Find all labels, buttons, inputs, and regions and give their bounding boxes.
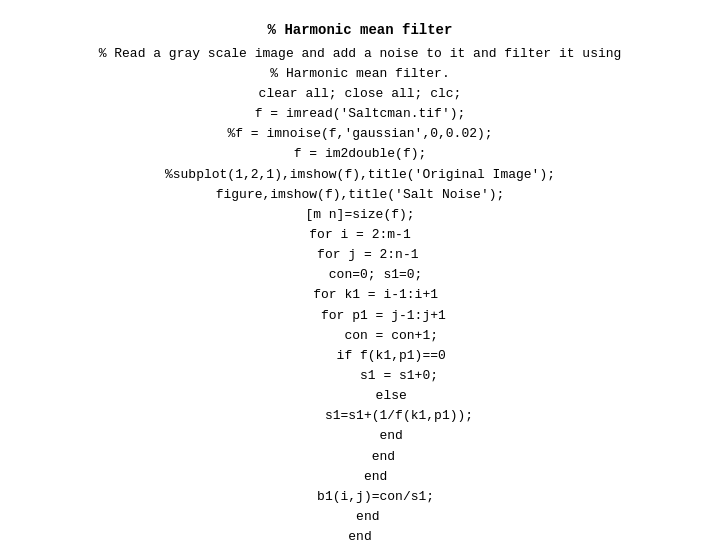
code-line: for p1 = j-1:j+1 [10, 306, 710, 326]
code-line: for j = 2:n-1 [10, 245, 710, 265]
code-line: [m n]=size(f); [10, 205, 710, 225]
code-line: end [10, 467, 710, 487]
code-line: else [10, 386, 710, 406]
code-line: % Harmonic mean filter. [10, 64, 710, 84]
code-line: s1 = s1+0; [10, 366, 710, 386]
code-line: con = con+1; [10, 326, 710, 346]
code-line: % Read a gray scale image and add a nois… [10, 44, 710, 64]
code-line: b1(i,j)=con/s1; [10, 487, 710, 507]
code-line: end [10, 426, 710, 446]
code-block: % Read a gray scale image and add a nois… [10, 44, 710, 540]
page-title: % Harmonic mean filter [10, 20, 710, 42]
code-line: end [10, 507, 710, 527]
code-container: % Harmonic mean filter % Read a gray sca… [0, 0, 720, 540]
code-line: %subplot(1,2,1),imshow(f),title('Origina… [10, 165, 710, 185]
code-line: end [10, 527, 710, 540]
code-line: s1=s1+(1/f(k1,p1)); [10, 406, 710, 426]
code-line: for i = 2:m-1 [10, 225, 710, 245]
code-line: con=0; s1=0; [10, 265, 710, 285]
code-line: for k1 = i-1:i+1 [10, 285, 710, 305]
code-line: clear all; close all; clc; [10, 84, 710, 104]
code-line: %f = imnoise(f,'gaussian',0,0.02); [10, 124, 710, 144]
code-line: f = im2double(f); [10, 144, 710, 164]
code-line: if f(k1,p1)==0 [10, 346, 710, 366]
code-line: f = imread('Saltcman.tif'); [10, 104, 710, 124]
code-line: end [10, 447, 710, 467]
code-line: figure,imshow(f),title('Salt Noise'); [10, 185, 710, 205]
